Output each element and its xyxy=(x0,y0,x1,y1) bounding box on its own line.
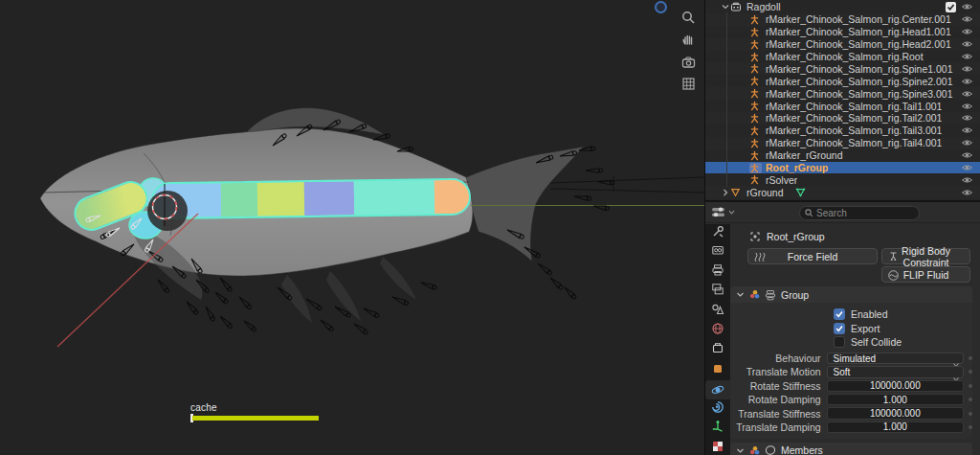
outliner-row[interactable]: rMarker_Chinook_Salmon_rig.Tail3.001 xyxy=(705,125,980,137)
outliner-item-label[interactable]: rSolver xyxy=(766,174,797,186)
outliner-row[interactable]: rMarker_Chinook_Salmon_rig.Tail2.001 xyxy=(705,112,980,125)
breadcrumb-object-name[interactable]: Root_rGroup xyxy=(767,231,825,242)
visibility-eye-icon[interactable] xyxy=(961,77,974,86)
rotate-damping-field[interactable]: 1.000 xyxy=(827,394,964,406)
rotate-stiffness-field[interactable]: 100000.000 xyxy=(827,380,964,393)
collection-checkbox[interactable] xyxy=(946,2,956,12)
properties-search[interactable] xyxy=(799,206,920,220)
outliner-row[interactable]: rMarker_rGround xyxy=(705,149,980,162)
tab-view-layer[interactable] xyxy=(705,280,730,299)
visibility-eye-icon[interactable] xyxy=(961,102,974,111)
outliner-item-label[interactable]: rMarker_Chinook_Salmon_rig.Spine1.001 xyxy=(766,63,953,75)
flip-fluid-button[interactable]: FLIP Fluid xyxy=(881,266,970,283)
outliner-row[interactable]: rMarker_Chinook_Salmon_rig.Tail4.001 xyxy=(705,137,980,149)
chevron-right-icon[interactable] xyxy=(721,188,730,197)
group-panel-header[interactable]: Group xyxy=(730,286,972,303)
tab-texture[interactable] xyxy=(705,437,730,455)
visibility-eye-icon[interactable] xyxy=(961,27,974,36)
visibility-eye-icon[interactable] xyxy=(961,39,974,49)
tab-data[interactable] xyxy=(705,416,730,435)
tab-physics[interactable] xyxy=(705,380,730,399)
outliner-item-label[interactable]: rMarker_Chinook_Salmon_rig.Center.001 xyxy=(766,13,951,25)
tab-output[interactable] xyxy=(705,261,730,280)
tab-world[interactable] xyxy=(705,319,730,338)
outliner-row[interactable]: rMarker_Chinook_Salmon_rig.Center.001 xyxy=(705,13,980,26)
outliner-row[interactable]: Root_rGroup xyxy=(705,162,980,174)
animate-property-dot[interactable] xyxy=(969,412,972,416)
outliner-item-label[interactable]: rMarker_Chinook_Salmon_rig.Root xyxy=(766,51,924,62)
outliner-item-label[interactable]: rMarker_rGround xyxy=(766,149,843,161)
tab-scene[interactable] xyxy=(705,300,730,319)
translate-damping-field[interactable]: 1.000 xyxy=(827,421,964,434)
visibility-eye-icon[interactable] xyxy=(961,150,974,160)
translate-motion-dropdown[interactable]: Soft xyxy=(827,366,964,378)
animate-property-dot[interactable] xyxy=(969,398,972,401)
behaviour-dropdown[interactable]: Simulated xyxy=(827,353,964,365)
mesh-icon xyxy=(730,187,743,197)
outliner-row[interactable]: rSolver xyxy=(705,173,980,186)
outliner-item-label[interactable]: Ragdoll xyxy=(746,1,781,12)
search-input[interactable] xyxy=(816,208,914,218)
outliner-item-label[interactable]: rMarker_Chinook_Salmon_rig.Tail3.001 xyxy=(766,125,942,136)
outliner-item-label[interactable]: rMarker_Chinook_Salmon_rig.Tail2.001 xyxy=(766,112,942,124)
export-checkbox[interactable] xyxy=(834,323,845,334)
rigid-body-constraint-button[interactable]: Rigid Body Constraint xyxy=(881,248,970,264)
outliner-item-label[interactable]: rMarker_Chinook_Salmon_rig.Spine2.001 xyxy=(766,76,953,87)
enabled-checkbox[interactable] xyxy=(834,308,845,320)
visibility-eye-icon[interactable] xyxy=(961,64,974,74)
chevron-down-icon[interactable] xyxy=(721,2,730,11)
zoom-icon[interactable] xyxy=(680,10,697,26)
outliner-item-label[interactable]: rGround xyxy=(746,187,784,198)
animate-property-dot[interactable] xyxy=(969,425,972,429)
visibility-eye-icon[interactable] xyxy=(961,89,974,99)
camera-view-icon[interactable] xyxy=(680,54,697,70)
outliner-row[interactable]: rMarker_Chinook_Salmon_rig.Spine2.001 xyxy=(705,75,980,87)
outliner-row[interactable]: Ragdoll xyxy=(705,1,980,13)
tree-indent xyxy=(721,13,749,26)
tab-tool[interactable] xyxy=(705,221,730,240)
outliner-item-label[interactable]: Root_rGroup xyxy=(766,162,828,173)
force-field-icon xyxy=(753,251,766,263)
pan-icon[interactable] xyxy=(680,32,697,48)
outliner-row[interactable]: rMarker_Chinook_Salmon_rig.Head1.001 xyxy=(705,26,980,38)
ortho-grid-icon[interactable] xyxy=(680,76,697,92)
visibility-eye-icon[interactable] xyxy=(961,113,974,123)
outliner-row[interactable]: rMarker_Chinook_Salmon_rig.Root xyxy=(705,51,980,63)
visibility-eye-icon[interactable] xyxy=(961,2,974,11)
visibility-eye-icon[interactable] xyxy=(961,125,974,135)
force-field-button[interactable]: Force Field xyxy=(747,248,878,264)
animate-property-dot[interactable] xyxy=(969,370,972,374)
property-row: Translate Stiffness100000.000 xyxy=(730,407,972,420)
outliner-item-label[interactable]: rMarker_Chinook_Salmon_rig.Tail1.001 xyxy=(766,101,942,112)
outliner-row[interactable]: rMarker_Chinook_Salmon_rig.Tail1.001 xyxy=(705,100,980,112)
physics-buttons: Force Field Rigid Body Constraint FLIP F… xyxy=(747,248,970,283)
viewport-3d[interactable]: cache xyxy=(0,0,704,455)
outliner-item-label[interactable]: rMarker_Chinook_Salmon_rig.Head1.001 xyxy=(766,26,951,37)
visibility-eye-icon[interactable] xyxy=(961,175,974,185)
visibility-eye-icon[interactable] xyxy=(961,138,974,148)
outliner-row[interactable]: rMarker_Chinook_Salmon_rig.Spine3.001 xyxy=(705,87,980,100)
property-value: 100000.000 xyxy=(870,380,921,391)
outliner-item-label[interactable]: rMarker_Chinook_Salmon_rig.Head2.001 xyxy=(766,38,951,50)
visibility-eye-icon[interactable] xyxy=(961,163,974,172)
visibility-eye-icon[interactable] xyxy=(961,14,974,24)
members-panel-header[interactable]: Members xyxy=(730,443,972,455)
translate-stiffness-field[interactable]: 100000.000 xyxy=(827,407,964,420)
outliner-item-label[interactable]: rMarker_Chinook_Salmon_rig.Tail4.001 xyxy=(766,137,942,148)
tab-constraints[interactable] xyxy=(705,398,730,417)
orbit-gizmo[interactable] xyxy=(655,1,667,13)
ragdoll-logo-icon xyxy=(749,445,760,455)
editor-type-menu[interactable] xyxy=(709,205,737,219)
visibility-eye-icon[interactable] xyxy=(961,188,974,197)
tab-render[interactable] xyxy=(705,240,730,260)
outliner-row[interactable]: rGround xyxy=(705,186,980,198)
outliner-item-label[interactable]: rMarker_Chinook_Salmon_rig.Spine3.001 xyxy=(766,88,953,100)
outliner-row[interactable]: rMarker_Chinook_Salmon_rig.Head2.001 xyxy=(705,38,980,51)
tab-collection[interactable] xyxy=(705,338,730,357)
visibility-eye-icon[interactable] xyxy=(961,52,974,61)
outliner-row[interactable]: rMarker_Chinook_Salmon_rig.Spine1.001 xyxy=(705,62,980,75)
animate-property-dot[interactable] xyxy=(969,384,972,388)
self-collide-checkbox[interactable] xyxy=(834,336,845,348)
animate-property-dot[interactable] xyxy=(969,356,972,360)
tab-object[interactable] xyxy=(705,359,730,378)
